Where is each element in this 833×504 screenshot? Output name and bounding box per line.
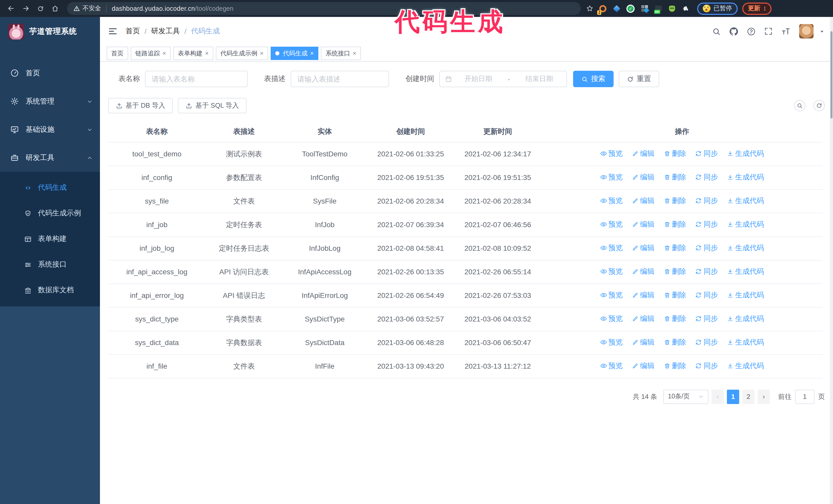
generate-code-link[interactable]: 生成代码 [727, 360, 764, 371]
sidebar-item-codegen-demo[interactable]: 代码生成示例 [0, 200, 100, 226]
edit-link[interactable]: 编辑 [632, 242, 654, 253]
generate-code-link[interactable]: 生成代码 [727, 266, 764, 277]
tab-home[interactable]: 首页 [106, 47, 128, 60]
preview-link[interactable]: 预览 [600, 242, 623, 253]
sync-link[interactable]: 同步 [695, 313, 718, 324]
delete-link[interactable]: 删除 [664, 242, 686, 253]
table-row[interactable]: inf_api_access_log API 访问日志表 InfApiAcces… [108, 260, 823, 284]
close-icon[interactable]: × [163, 50, 166, 56]
tab-api[interactable]: 系统接口× [321, 47, 361, 60]
tab-tracing[interactable]: 链路追踪× [131, 47, 171, 60]
sidebar-item-home[interactable]: 首页 [0, 59, 100, 87]
preview-link[interactable]: 预览 [600, 266, 623, 277]
breadcrumb-devtools[interactable]: 研发工具 [151, 27, 180, 36]
edit-link[interactable]: 编辑 [632, 289, 654, 300]
date-range-picker[interactable]: 开始日期 - 结束日期 [439, 71, 567, 87]
refresh-table-button[interactable] [813, 100, 825, 111]
font-size-icon[interactable] [781, 27, 790, 36]
table-row[interactable]: inf_job 定时任务表 InfJob 2021-02-07 06:39:34… [108, 213, 823, 236]
extension-grid-icon[interactable] [640, 4, 649, 13]
user-avatar[interactable] [799, 24, 813, 39]
table-row[interactable]: inf_api_error_log API 错误日志 InfApiErrorLo… [108, 284, 823, 307]
delete-link[interactable]: 删除 [664, 360, 686, 371]
edit-link[interactable]: 编辑 [632, 337, 654, 347]
close-icon[interactable]: × [310, 50, 314, 56]
table-row[interactable]: tool_test_demo 测试示例表 ToolTestDemo 2021-0… [108, 142, 823, 166]
browser-update-button[interactable]: 更新 ⁞ [742, 2, 771, 15]
edit-link[interactable]: 编辑 [632, 219, 654, 230]
page-button-1[interactable]: 1 [727, 389, 739, 404]
sync-link[interactable]: 同步 [695, 337, 718, 347]
close-icon[interactable]: × [353, 50, 356, 56]
sidebar-item-form-builder[interactable]: 表单构建 [0, 226, 100, 252]
caret-down-icon[interactable] [819, 28, 825, 34]
edit-link[interactable]: 编辑 [632, 148, 654, 159]
table-name-input[interactable] [145, 71, 247, 87]
sync-link[interactable]: 同步 [695, 148, 718, 159]
table-row[interactable]: inf_file 文件表 InfFile 2021-03-13 09:43:20… [108, 354, 823, 378]
show-search-button[interactable] [794, 100, 805, 111]
table-row[interactable]: sys_file 文件表 SysFile 2021-02-06 20:28:34… [108, 189, 823, 213]
preview-link[interactable]: 预览 [600, 148, 623, 159]
generate-code-link[interactable]: 生成代码 [727, 171, 764, 182]
extension-bot-icon[interactable] [667, 4, 677, 13]
github-icon[interactable] [730, 27, 738, 35]
edit-link[interactable]: 编辑 [632, 360, 654, 371]
sidebar-item-infra[interactable]: 基础设施 [0, 115, 100, 144]
edit-link[interactable]: 编辑 [632, 313, 654, 324]
extension-on-icon[interactable]: on [653, 4, 663, 13]
tab-codegen[interactable]: 代码生成× [271, 47, 318, 60]
preview-link[interactable]: 预览 [600, 360, 623, 371]
browser-forward-icon[interactable] [22, 5, 30, 12]
sidebar-item-api[interactable]: 系统接口 [0, 252, 100, 278]
extension-orange-icon[interactable]: 1 [598, 4, 608, 13]
extensions-puzzle-icon[interactable] [681, 4, 690, 13]
delete-link[interactable]: 删除 [664, 313, 686, 324]
generate-code-link[interactable]: 生成代码 [727, 289, 764, 300]
table-row[interactable]: sys_dict_type 字典类型表 SysDictType 2021-03-… [108, 307, 823, 331]
reset-button[interactable]: 重置 [619, 71, 659, 87]
preview-link[interactable]: 预览 [600, 337, 623, 347]
generate-code-link[interactable]: 生成代码 [727, 219, 764, 230]
delete-link[interactable]: 删除 [664, 337, 686, 347]
search-button[interactable]: 搜索 [573, 71, 614, 87]
delete-link[interactable]: 删除 [664, 148, 686, 159]
sidebar-item-system[interactable]: 系统管理 [0, 87, 100, 115]
scrollbar-thumb[interactable] [830, 31, 832, 118]
browser-menu-dots-icon[interactable]: ⁞ [764, 6, 766, 11]
table-row[interactable]: inf_config 参数配置表 InfConfig 2021-02-06 19… [108, 166, 823, 189]
sidebar-item-codegen[interactable]: 代码生成 [0, 175, 100, 200]
sync-link[interactable]: 同步 [695, 219, 718, 230]
generate-code-link[interactable]: 生成代码 [727, 148, 764, 159]
close-icon[interactable]: × [260, 50, 263, 56]
goto-page-input[interactable] [795, 389, 814, 404]
page-size-select[interactable]: 10条/页 [663, 389, 709, 404]
sync-link[interactable]: 同步 [695, 266, 718, 277]
close-icon[interactable]: × [205, 50, 209, 56]
extension-check-icon[interactable]: ✓ [626, 4, 635, 13]
browser-back-icon[interactable] [7, 5, 15, 12]
fullscreen-icon[interactable] [764, 27, 772, 35]
delete-link[interactable]: 删除 [664, 171, 686, 182]
browser-reload-icon[interactable] [37, 5, 44, 12]
table-row[interactable]: inf_job_log 定时任务日志表 InfJobLog 2021-02-08… [108, 236, 823, 260]
sync-link[interactable]: 同步 [695, 242, 718, 253]
preview-link[interactable]: 预览 [600, 313, 623, 324]
search-icon[interactable] [712, 27, 721, 35]
sync-link[interactable]: 同步 [695, 360, 718, 371]
delete-link[interactable]: 删除 [664, 219, 686, 230]
bookmark-star-icon[interactable] [586, 5, 594, 12]
sidebar-item-devtools[interactable]: 研发工具 [0, 144, 100, 172]
table-desc-input[interactable] [291, 71, 389, 87]
import-db-button[interactable]: 基于 DB 导入 [108, 98, 173, 113]
prev-page-button[interactable]: ‹ [712, 389, 724, 404]
preview-link[interactable]: 预览 [600, 195, 623, 206]
edit-link[interactable]: 编辑 [632, 171, 654, 182]
help-icon[interactable] [747, 27, 756, 35]
preview-link[interactable]: 预览 [600, 219, 623, 230]
generate-code-link[interactable]: 生成代码 [727, 195, 764, 206]
profile-paused-badge[interactable]: 已暂停 [697, 2, 738, 15]
browser-home-icon[interactable] [51, 5, 59, 12]
app-logo-row[interactable]: 芋道管理系统 [0, 17, 100, 46]
sidebar-item-db-doc[interactable]: 数据库文档 [0, 278, 100, 303]
